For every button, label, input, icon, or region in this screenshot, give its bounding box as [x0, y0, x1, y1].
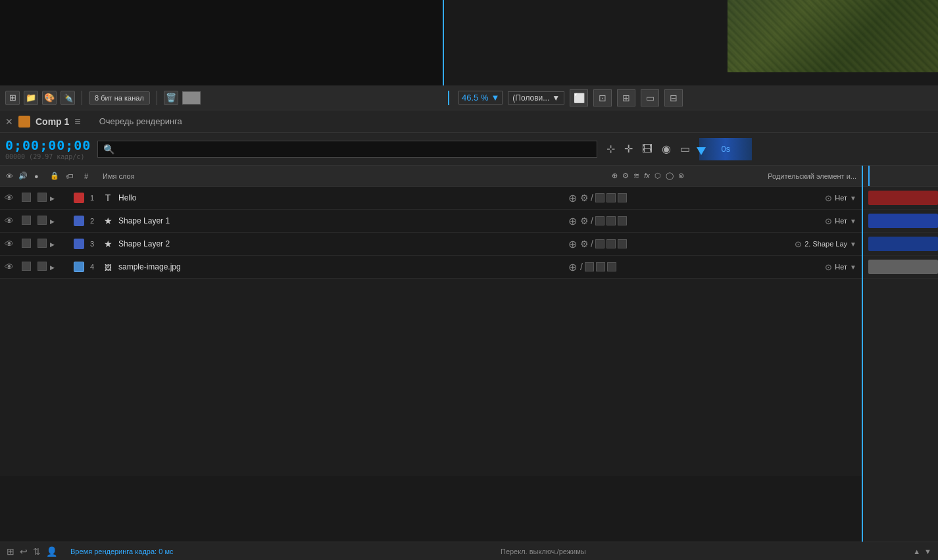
bit-depth-button[interactable]: 8 бит на канал — [89, 91, 150, 105]
parent-dropdown-3[interactable]: ▼ — [850, 241, 856, 248]
sq-sw1-3[interactable] — [595, 239, 605, 248]
status-nav-icon[interactable]: ⇅ — [33, 546, 41, 557]
zoom-dropdown-arrow[interactable]: ▼ — [491, 93, 499, 103]
layer-type-icon-3: ★ — [100, 239, 116, 249]
status-preview-icon[interactable]: ↩ — [20, 546, 28, 557]
collapse-icon-status[interactable]: ▼ — [924, 548, 931, 555]
layer-parent-4: ⊙ Нет ▼ — [730, 262, 862, 272]
visibility-toggle-2[interactable]: 👁 — [0, 216, 18, 226]
parent-dropdown-2[interactable]: ▼ — [850, 218, 856, 225]
pan-behind-icon[interactable]: ✛ — [622, 141, 635, 156]
comp-tab-header: ✕ Comp 1 ≡ Очередь рендеринга — [0, 110, 938, 133]
header-parent: Родительский элемент и... — [730, 172, 862, 180]
gear-sw-3[interactable]: ⚙ — [580, 239, 589, 249]
sq-sw2-3[interactable] — [606, 239, 616, 248]
render-queue-tab[interactable]: Очередь рендеринга — [99, 116, 182, 126]
status-switch-modes[interactable]: Перекл. выключ./режимы — [186, 548, 900, 555]
audio-icon-1[interactable] — [22, 193, 31, 202]
sq-sw3-4[interactable] — [607, 262, 616, 271]
parent-dropdown-1[interactable]: ▼ — [850, 195, 856, 202]
audio-icon-2[interactable] — [22, 216, 31, 225]
color-swatch[interactable] — [182, 91, 201, 105]
motion-sketch-icon[interactable]: ⊹ — [604, 141, 618, 156]
slash-sw-4[interactable]: / — [580, 262, 583, 272]
comp-menu-icon[interactable]: ≡ — [74, 116, 80, 128]
visibility-toggle-4[interactable]: 👁 — [0, 262, 18, 272]
view-options-icon[interactable]: ⊟ — [664, 89, 683, 106]
sphere-icon[interactable]: ◉ — [659, 141, 674, 156]
chain-sw-2[interactable]: ⊕ — [568, 215, 577, 227]
layer-row[interactable]: 👁 1 T Hello ⊕ ⚙ / ⊙ — [0, 187, 862, 210]
toggle-transparency-icon[interactable]: ⊡ — [593, 89, 612, 106]
sq-sw3-1[interactable] — [618, 193, 627, 202]
expand-icon-1[interactable] — [50, 195, 55, 202]
visibility-toggle-1[interactable]: 👁 — [0, 193, 18, 203]
expand-icon-4[interactable] — [50, 264, 55, 271]
pen-icon[interactable]: ✒️ — [61, 91, 75, 105]
zoom-value: 46.5 % — [462, 93, 488, 103]
layer-name-2[interactable]: Shape Layer 1 — [116, 216, 566, 225]
toolbar-left: ⊞ 📁 🎨 ✒️ 8 бит на канал 🗑️ — [5, 91, 449, 105]
solo-icon-2[interactable] — [37, 216, 47, 225]
audio-icon-4[interactable] — [22, 262, 31, 271]
layer-name-1[interactable]: Hello — [116, 193, 566, 202]
color-icon[interactable]: 🎨 — [42, 91, 57, 105]
visibility-toggle-3[interactable]: 👁 — [0, 239, 18, 249]
parent-dropdown-4[interactable]: ▼ — [850, 264, 856, 271]
solo-icon-3[interactable] — [37, 239, 47, 248]
fit-view-icon[interactable]: ⬜ — [570, 89, 588, 106]
layer-name-3[interactable]: Shape Layer 2 — [116, 239, 566, 248]
layer-row[interactable]: 👁 4 🖼 sample-image.jpg ⊕ / ⊙ — [0, 256, 862, 279]
solo-icon-1[interactable] — [37, 193, 47, 202]
safe-zones-icon[interactable]: ▭ — [641, 89, 659, 106]
trash-icon[interactable]: 🗑️ — [164, 91, 178, 105]
monitor-icon[interactable]: ⊞ — [5, 91, 20, 105]
film-icon[interactable]: 🎞 — [639, 142, 655, 156]
layer-parent-1: ⊙ Нет ▼ — [730, 193, 862, 203]
layer-row[interactable]: 👁 2 ★ Shape Layer 1 ⊕ ⚙ / ⊙ — [0, 210, 862, 233]
slash-sw-1[interactable]: / — [591, 193, 593, 203]
chain-sw-4[interactable]: ⊕ — [568, 261, 577, 273]
playhead[interactable] — [868, 166, 870, 186]
slash-sw-3[interactable]: / — [591, 239, 593, 249]
sq-sw1-1[interactable] — [595, 193, 605, 202]
expand-icon-2[interactable] — [50, 218, 55, 225]
chain-sw-1[interactable]: ⊕ — [568, 192, 577, 204]
status-person-icon[interactable]: 👤 — [46, 546, 57, 557]
slash-sw-2[interactable]: / — [591, 216, 593, 226]
quality-selector[interactable]: (Полови... ▼ — [508, 91, 564, 105]
gear-sw-1[interactable]: ⚙ — [580, 193, 589, 203]
zoom-selector[interactable]: 46.5 % ▼ — [458, 91, 503, 105]
gear-sw-2[interactable]: ⚙ — [580, 216, 589, 226]
ruler-bar — [863, 166, 938, 187]
layer-row[interactable]: 👁 3 ★ Shape Layer 2 ⊕ ⚙ / ⊙ — [0, 233, 862, 256]
sq-sw3-2[interactable] — [618, 216, 627, 225]
sq-sw2-1[interactable] — [606, 193, 616, 202]
quality-dropdown-arrow[interactable]: ▼ — [552, 93, 560, 103]
timecode-display: 0;00;00;00 00000 (29.97 кадр/с) — [5, 137, 91, 160]
audio-icon-3[interactable] — [22, 239, 31, 248]
solo-icon-4[interactable] — [37, 262, 47, 271]
sq-sw2-2[interactable] — [606, 216, 616, 225]
status-right: ▲ ▼ — [913, 548, 931, 555]
sq-sw2-4[interactable] — [596, 262, 605, 271]
empty-layer-space[interactable] — [0, 279, 862, 476]
grid-icon[interactable]: ⊞ — [617, 89, 635, 106]
sq-sw1-2[interactable] — [595, 216, 605, 225]
folder-icon[interactable]: 📁 — [24, 91, 38, 105]
timecode-value[interactable]: 0;00;00;00 — [5, 137, 91, 153]
search-input[interactable] — [118, 145, 591, 154]
expand-icon-3[interactable] — [50, 241, 55, 248]
hdr-gear-icon: ⚙ — [622, 172, 629, 179]
grass-preview-thumbnail — [728, 0, 938, 72]
close-comp-button[interactable]: ✕ — [5, 116, 13, 127]
expand-icon-status[interactable]: ▲ — [913, 548, 920, 555]
status-comp-icon[interactable]: ⊞ — [7, 546, 14, 557]
layer-name-4[interactable]: sample-image.jpg — [116, 262, 566, 271]
transform-icon[interactable]: ▭ — [678, 141, 693, 156]
chain-sw-3[interactable]: ⊕ — [568, 238, 577, 250]
parent-value-1: Нет — [835, 194, 847, 202]
sq-sw1-4[interactable] — [585, 262, 594, 271]
header-layer-name: Имя слоя — [100, 172, 566, 180]
sq-sw3-3[interactable] — [618, 239, 627, 248]
